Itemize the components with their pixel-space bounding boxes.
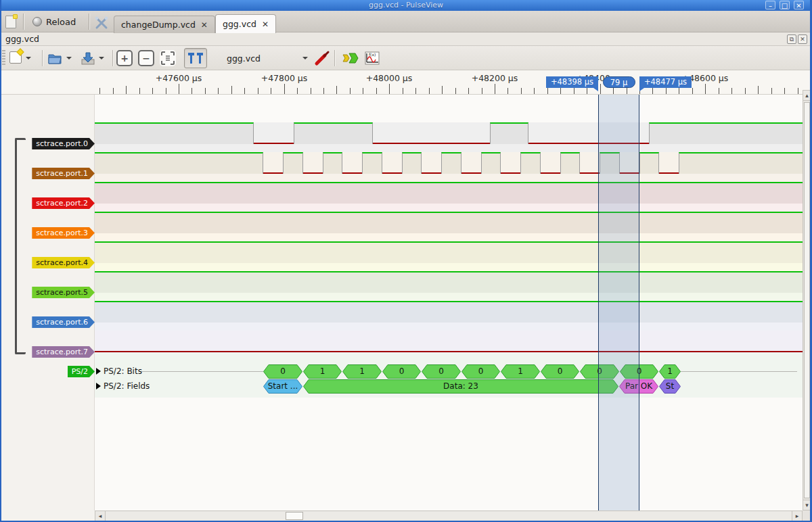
tab-close-icon[interactable]: ✕ [262, 20, 269, 29]
decode-bit-annotation-text: 0 [541, 366, 579, 376]
save-button[interactable] [80, 49, 104, 67]
wave-high-segment [639, 152, 659, 174]
ruler-time-label: +47600 µs [156, 73, 202, 83]
tab-label: ggg.vcd [223, 19, 256, 29]
wave-high-segment [95, 241, 803, 263]
ruler-tick [415, 88, 416, 94]
signal-label-3[interactable]: sctrace.port.3 [32, 227, 95, 239]
wave-low-segment [382, 172, 402, 174]
decode-bit-annotation-text: 0 [422, 366, 461, 376]
new-session-button[interactable] [8, 49, 31, 67]
signal-label-7[interactable]: sctrace.port.7 [32, 346, 95, 358]
zoom-in-button[interactable]: + [116, 50, 133, 66]
decode-bit-annotation: 0 [422, 364, 461, 379]
wave-low-segment [254, 143, 294, 144]
window-border-left [0, 0, 1, 522]
toolbar-grip[interactable] [2, 50, 5, 66]
close-button[interactable]: ✕ [794, 1, 804, 9]
wave-high-segment [402, 152, 422, 174]
signal-label-0[interactable]: sctrace.port.0 [32, 138, 95, 149]
open-button[interactable] [47, 49, 72, 67]
horizontal-scrollbar[interactable]: ◂ ▸ [95, 511, 803, 521]
chevron-down-icon[interactable] [99, 57, 104, 60]
cursor-line[interactable] [639, 89, 639, 511]
decoder-connector-line [681, 371, 797, 372]
device-value: ggg.vcd [227, 53, 261, 64]
expander-triangle-icon[interactable] [96, 368, 101, 375]
configure-channels-button[interactable] [313, 49, 332, 67]
zoom-fit-button[interactable] [160, 50, 176, 66]
decode-field-annotation: St [659, 379, 681, 394]
signal-label-1[interactable]: sctrace.port.1 [32, 168, 95, 179]
add-decoder-button[interactable] [340, 49, 361, 67]
minimize-button[interactable]: – [765, 1, 775, 9]
session-header: ggg.vcd ⧉ ✕ [0, 32, 812, 46]
maximize-button[interactable]: □ [780, 1, 790, 9]
settings-button[interactable] [94, 16, 109, 30]
decode-field-annotation-text: Start ... [263, 381, 302, 391]
ruler-tick [455, 88, 456, 94]
chevron-down-icon[interactable] [66, 57, 72, 60]
reload-button[interactable]: Reload [28, 14, 80, 30]
wave-high-segment [481, 152, 501, 174]
zoom-to-pulses-button[interactable] [184, 48, 207, 68]
device-select[interactable]: ggg.vcd [223, 49, 311, 67]
tab-close-icon[interactable]: ✕ [201, 20, 208, 30]
trace-view[interactable]: sctrace.port.0sctrace.port.1sctrace.port… [0, 95, 812, 511]
wave-low-segment [373, 143, 490, 144]
wave-high-segment [323, 152, 342, 174]
cursor-range-pill[interactable]: 79 µ [603, 76, 635, 88]
svg-text:f(x): f(x) [369, 52, 376, 57]
decoder-tag[interactable]: PS/2 [68, 366, 95, 377]
decode-bit-annotation: 1 [303, 364, 342, 379]
signal-label-6[interactable]: sctrace.port.6 [32, 316, 95, 328]
signal-label-2[interactable]: sctrace.port.2 [32, 197, 95, 209]
add-math-signal-button[interactable]: f(x) [363, 49, 382, 67]
decode-bit-annotation: 0 [541, 364, 579, 379]
wave-high-segment [95, 152, 263, 174]
cursor-range-band[interactable] [598, 89, 639, 511]
cursor-line[interactable] [598, 89, 599, 511]
decode-bit-annotation: 1 [659, 364, 681, 379]
reload-icon [32, 17, 42, 26]
wave-low-segment [501, 172, 520, 174]
decode-bit-annotation-text: 0 [382, 366, 421, 376]
close-pane-button[interactable]: ✕ [798, 34, 807, 44]
ruler-tick [692, 88, 693, 94]
signal-label-4[interactable]: sctrace.port.4 [32, 257, 95, 268]
ruler-tick [152, 88, 153, 94]
tab-label: changeDump.vcd [121, 20, 196, 30]
ruler-tick [231, 86, 232, 94]
trace-group-bracket[interactable] [15, 138, 26, 354]
plus-icon: + [120, 53, 129, 64]
new-view-button[interactable] [5, 16, 19, 29]
decode-field-annotation: Start ... [263, 379, 302, 394]
ruler-tick [521, 88, 522, 94]
toolbar-separator [23, 14, 24, 30]
wave-high-segment [294, 122, 373, 144]
horizontal-scrollbar-thumb[interactable] [286, 512, 303, 520]
decoder-row-label: PS/2: Fields [104, 381, 150, 391]
expander-triangle-icon[interactable] [96, 383, 101, 389]
tab-ggg-vcd[interactable]: ggg.vcd ✕ [215, 14, 276, 33]
wave-high-segment [95, 122, 254, 144]
ruler-tick [627, 88, 627, 94]
scroll-right-arrow[interactable]: ▸ [792, 511, 802, 521]
zoom-out-button[interactable]: − [138, 50, 154, 66]
wave-high-segment [362, 152, 382, 174]
ruler-tick [508, 88, 508, 94]
signal-label-5[interactable]: sctrace.port.5 [32, 287, 95, 298]
ruler-tick [284, 84, 285, 94]
vertical-scrollbar-thumb[interactable] [804, 102, 810, 498]
title-bar[interactable]: ggg.vcd - PulseView – □ ✕ [0, 0, 812, 11]
ruler-tick [468, 88, 469, 94]
ruler-tick [442, 86, 443, 94]
toolbar-separator [89, 14, 89, 30]
restore-pane-button[interactable]: ⧉ [787, 34, 796, 44]
wave-high-segment [95, 212, 803, 233]
scroll-left-arrow[interactable]: ◂ [95, 511, 106, 521]
chevron-down-icon[interactable] [26, 57, 31, 60]
trace-header-pane [0, 95, 95, 511]
tab-changedump-vcd[interactable]: changeDump.vcd ✕ [114, 16, 215, 33]
wave-high-segment [649, 122, 803, 144]
